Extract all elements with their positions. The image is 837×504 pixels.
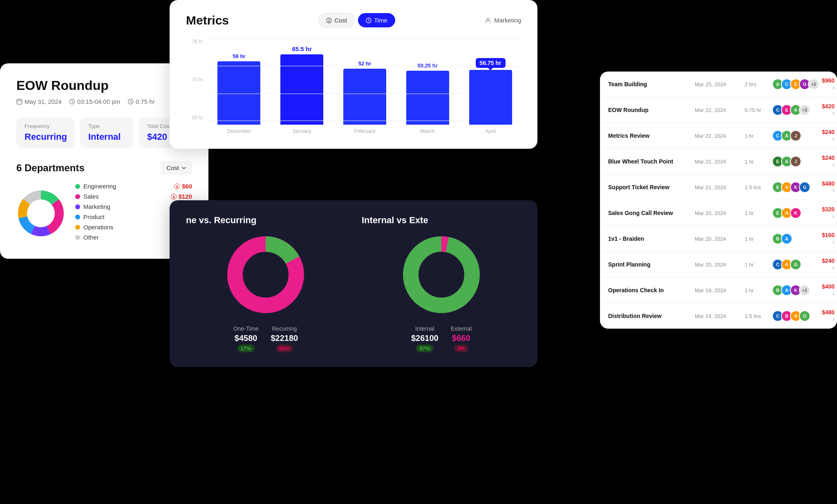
eow-duration: 0.75 hr <box>128 98 155 105</box>
internal-stat: Internal $26100 97% <box>411 325 439 352</box>
onetime-recurring-donut <box>225 234 307 316</box>
dollar-icon: $ <box>326 18 332 23</box>
activity-item-support-ticket[interactable]: Support Ticket Review Mar 21, 2024 1.5 h… <box>600 175 837 200</box>
eow-badges: Frequency Recurring Type Internal Total … <box>16 117 192 148</box>
activity-item-metrics-review[interactable]: Metrics Review Mar 22, 2024 1 hr C A J $… <box>600 123 837 149</box>
metrics-user: Marketing <box>485 17 521 24</box>
month-labels: December January February March April <box>208 128 521 134</box>
external-stat: External $660 3% <box>451 325 472 352</box>
onetime-recurring-title: ne vs. Recurring <box>186 215 256 226</box>
activity-card: Team Building Mar 25, 2024 2 hrs A C E G… <box>600 72 837 329</box>
tab-time[interactable]: Time <box>358 13 395 27</box>
activity-item-team-building[interactable]: Team Building Mar 25, 2024 2 hrs A C E G… <box>600 72 837 97</box>
user-icon <box>485 17 491 24</box>
activity-item-distribution-review[interactable]: Distribution Review Mar 19, 2024 1.5 hrs… <box>600 303 837 329</box>
departments-header: 6 Departments Cost <box>16 161 192 175</box>
eow-meta: May 31, 2024 03:15-04:00 pm 0.75 hr <box>16 98 192 105</box>
departments-title: 6 Departments <box>16 162 85 174</box>
frequency-label: Frequency <box>25 123 66 129</box>
svg-text:$: $ <box>328 19 330 23</box>
cost-icon: $ <box>174 184 180 189</box>
cost-icon: $ <box>171 194 177 199</box>
frequency-badge: Frequency Recurring <box>16 117 74 148</box>
cost-dropdown[interactable]: Cost <box>161 161 192 175</box>
eow-title: EOW Roundup <box>16 78 192 93</box>
onetime-stat: One-Time $4580 17% <box>233 325 259 352</box>
onetime-recurring-stats: One-Time $4580 17% Recurring $22180 83% <box>186 325 345 352</box>
onetime-recurring-section: ne vs. Recurring One-Time $4580 17% Recu… <box>186 215 345 352</box>
dept-item-sales: Sales $ $120 <box>75 193 192 200</box>
internal-external-donut <box>401 234 482 316</box>
type-badge: Type Internal <box>80 117 133 148</box>
y-axis: 76 hr 70 hr 60 hr <box>186 39 206 121</box>
dept-item-engineering: Engineering $ $60 <box>75 183 192 190</box>
internal-external-section: Internal vs Exte Internal $26100 97% Ext… <box>362 215 521 352</box>
metrics-title: Metrics <box>186 13 229 27</box>
internal-external-stats: Internal $26100 97% External $660 3% <box>362 325 521 352</box>
activity-item-1v1-braiden[interactable]: 1v1 - Braiden Mar 20, 2024 1 hr B A $160… <box>600 226 837 252</box>
svg-rect-0 <box>17 99 22 104</box>
eow-date: May 31, 2024 <box>16 98 62 105</box>
clock-icon <box>69 99 75 105</box>
activity-item-sprint-planning[interactable]: Sprint Planning Mar 20, 2024 1 hr C A G … <box>600 252 837 278</box>
activity-item-sales-gong[interactable]: Sales Gong Call Review Mar 20, 2024 1 hr… <box>600 200 837 226</box>
frequency-value: Recurring <box>25 132 66 142</box>
internal-external-title: Internal vs Exte <box>362 215 428 226</box>
time-icon <box>366 18 372 23</box>
duration-icon <box>128 99 134 105</box>
chevron-down-icon <box>181 166 186 170</box>
bar-april: 56.75 hr <box>460 43 521 125</box>
recurring-stat: Recurring $22180 83% <box>271 325 298 352</box>
svg-text:$: $ <box>176 185 178 189</box>
svg-text:$: $ <box>172 195 175 199</box>
metrics-header: Metrics $ Cost Time Marketing <box>186 13 521 27</box>
bottom-card: ne vs. Recurring One-Time $4580 17% Recu… <box>170 200 537 367</box>
type-value: Internal <box>88 132 125 142</box>
bar-chart-container: 76 hr 70 hr 60 hr 59 hr 65.5 hr 52 h <box>186 39 521 134</box>
calendar-icon <box>16 99 22 105</box>
activity-item-operations-checkin[interactable]: Operations Check In Mar 19, 2024 1 hr B … <box>600 278 837 303</box>
metrics-tabs: $ Cost Time <box>318 13 395 27</box>
type-label: Type <box>88 123 125 129</box>
metrics-card: Metrics $ Cost Time Marketing 76 hr 70 h… <box>170 0 537 149</box>
eow-time: 03:15-04:00 pm <box>69 98 120 105</box>
activity-item-eow-roundup[interactable]: EOW Roundup Mar 22, 2024 0.75 hr C E A +… <box>600 97 837 123</box>
departments-donut <box>16 189 65 238</box>
tab-cost[interactable]: $ Cost <box>318 13 355 27</box>
departments-content: Engineering $ $60 Sales $ $120 Marketing… <box>16 183 192 244</box>
svg-point-28 <box>411 244 472 305</box>
activity-item-blue-wheel[interactable]: Blue Wheel Touch Point Mar 21, 2024 1 hr… <box>600 149 837 175</box>
